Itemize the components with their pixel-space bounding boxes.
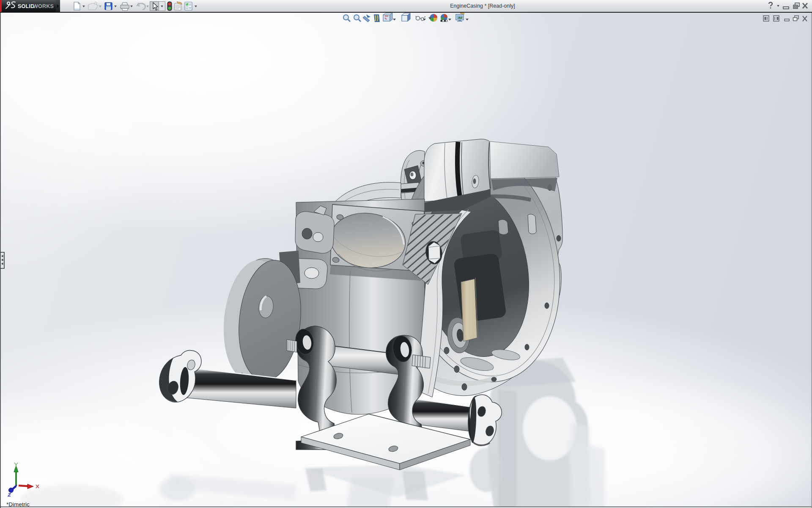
svg-text:WORKS: WORKS bbox=[33, 3, 54, 9]
svg-text:SOLID: SOLID bbox=[18, 3, 34, 9]
